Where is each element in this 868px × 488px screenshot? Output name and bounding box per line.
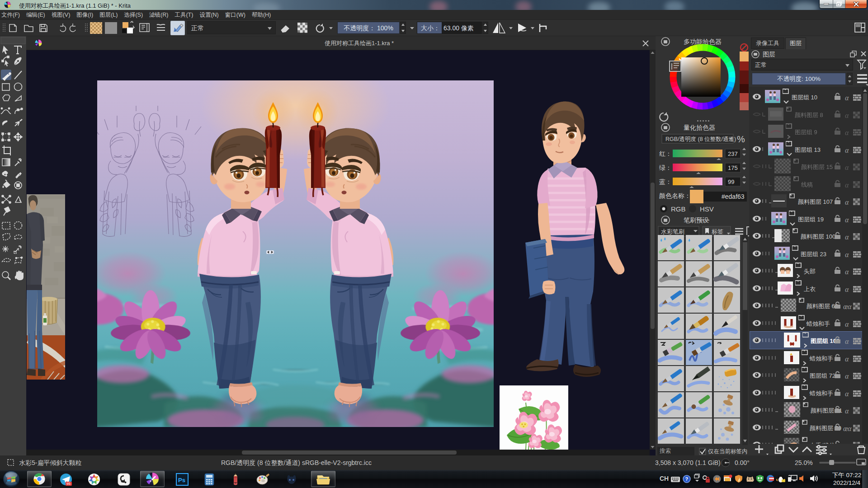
svg-text:99: 99 [728,178,734,185]
svg-text:α: α [848,425,852,432]
svg-text:α: α [848,303,852,310]
svg-text:α: α [845,390,849,398]
svg-text:α: α [845,216,849,224]
svg-text:α: α [845,198,849,206]
svg-text:红：: 红： [659,150,672,157]
svg-text:α: α [845,94,849,102]
svg-text:α: α [845,320,849,328]
svg-text:笔刷预设: 笔刷预设 [684,216,709,224]
svg-text:α: α [845,251,849,258]
svg-text:?: ? [685,476,689,482]
svg-text:α: α [845,407,849,415]
svg-text:α: α [845,181,849,189]
svg-text:颜色名称：: 颜色名称： [659,192,691,199]
svg-text:95: 95 [66,482,71,486]
svg-text:#edaf63: #edaf63 [722,193,745,200]
svg-text:α: α [845,338,849,345]
svg-text:α: α [845,112,849,119]
svg-text:α: α [845,372,849,380]
svg-text:α: α [845,146,849,154]
svg-text:RGB: RGB [671,205,686,213]
svg-text:%: % [737,134,745,144]
svg-text:蓝：: 蓝： [659,178,672,185]
svg-text:α: α [845,233,849,241]
svg-text:α: α [845,286,849,293]
svg-text:α: α [845,355,849,363]
svg-text:标签: 标签 [712,228,723,235]
svg-text:Ps: Ps [178,477,185,483]
svg-text:175: 175 [728,164,738,171]
svg-text:绿：: 绿： [659,164,672,171]
svg-text:α: α [845,268,849,276]
svg-text:图层: 图层 [763,51,775,58]
svg-text:HSV: HSV [700,205,714,213]
svg-text:α: α [845,129,849,136]
svg-text:水彩笔刷: 水彩笔刷 [661,228,684,235]
svg-text:量化拾色器: 量化拾色器 [684,124,715,131]
svg-text:237: 237 [728,150,738,157]
svg-text:α: α [845,164,849,171]
svg-text:RGB/透明度 (8 位整数/通道): RGB/透明度 (8 位整数/通道) [665,136,736,142]
